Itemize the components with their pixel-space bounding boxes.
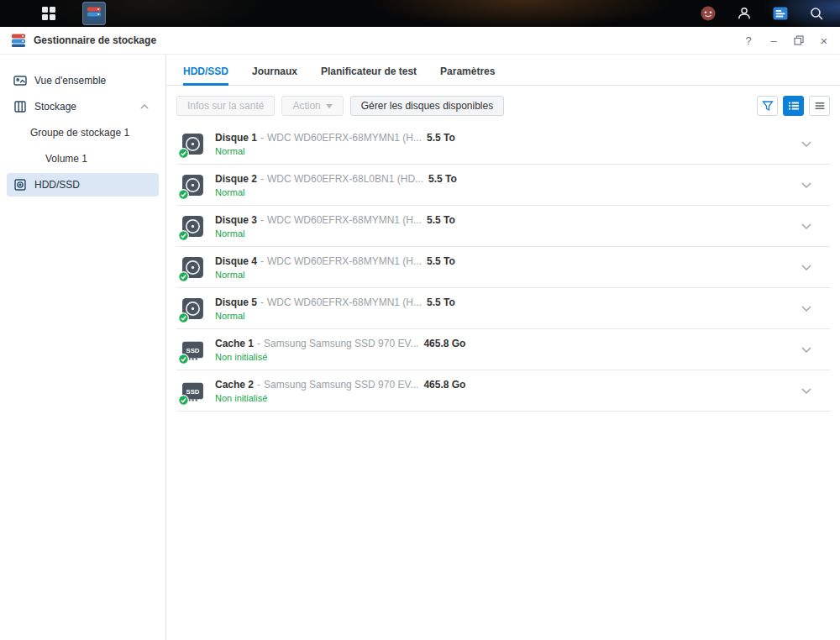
taskbar-right xyxy=(696,2,840,25)
chat-icon[interactable] xyxy=(696,2,720,25)
disk-info: Disque 5 - WDC WD60EFRX-68MYMN1 (H... 5.… xyxy=(215,296,801,321)
chevron-up-icon[interactable] xyxy=(140,104,149,109)
status-ok-badge-icon xyxy=(178,312,189,323)
chevron-down-icon[interactable] xyxy=(801,182,811,188)
tab-hdd-ssd[interactable]: HDD/SSD xyxy=(183,55,228,86)
disk-row[interactable]: SSD Disque 1 - WDC WD60EFRX-68MYMN1 (H..… xyxy=(176,123,830,165)
disk-name: Disque 2 xyxy=(215,173,257,185)
disk-status: Normal xyxy=(215,146,801,156)
disk-status: Normal xyxy=(215,228,801,239)
search-icon[interactable] xyxy=(805,2,828,25)
disk-row[interactable]: SSD Cache 2 - Samsung Samsung SSD 970 EV… xyxy=(176,370,830,412)
window-titlebar: Gestionnaire de stockage ? – × xyxy=(0,27,840,55)
disk-separator: - xyxy=(257,379,260,391)
disk-name: Cache 1 xyxy=(215,338,254,349)
disk-info: Cache 2 - Samsung Samsung SSD 970 EV... … xyxy=(215,379,801,403)
disk-size: 465.8 Go xyxy=(423,338,465,349)
drive-icon: SSD xyxy=(181,297,204,320)
user-icon[interactable] xyxy=(732,2,756,25)
tab-journaux[interactable]: Journaux xyxy=(252,55,297,86)
sidebar-item-label: Stockage xyxy=(34,101,140,113)
filter-icon[interactable] xyxy=(757,96,778,116)
storage-manager-app-icon[interactable] xyxy=(82,2,106,25)
disk-info: Disque 4 - WDC WD60EFRX-68MYMN1 (H... 5.… xyxy=(215,255,801,280)
chevron-down-icon[interactable] xyxy=(801,347,811,353)
disk-status: Normal xyxy=(215,187,801,197)
overview-icon xyxy=(13,74,27,87)
drive-icon: SSD xyxy=(181,215,204,238)
chevron-down-icon[interactable] xyxy=(801,141,811,147)
sidebar-item-storage-pool-1[interactable]: Groupe de stockage 1 xyxy=(7,121,159,144)
disk-separator: - xyxy=(257,338,260,349)
chevron-down-icon[interactable] xyxy=(801,388,811,394)
disk-info: Disque 1 - WDC WD60EFRX-68MYMN1 (H... 5.… xyxy=(215,132,801,156)
chevron-down-icon[interactable] xyxy=(801,306,811,312)
disk-model: WDC WD60EFRX-68MYMN1 (H... xyxy=(267,296,422,308)
chevron-down-icon[interactable] xyxy=(801,223,811,229)
widgets-icon[interactable] xyxy=(769,2,792,25)
disk-separator: - xyxy=(260,255,264,267)
disk-status: Normal xyxy=(215,311,801,321)
tab-planificateur[interactable]: Planificateur de test xyxy=(321,55,417,86)
disk-info: Disque 2 - WDC WD60EFRX-68L0BN1 (HD... 5… xyxy=(215,173,801,197)
list-view-icon[interactable] xyxy=(783,96,804,116)
status-ok-badge-icon xyxy=(178,395,189,406)
status-ok-badge-icon xyxy=(178,354,189,365)
help-icon[interactable]: ? xyxy=(743,34,754,46)
disk-row[interactable]: SSD Disque 5 - WDC WD60EFRX-68MYMN1 (H..… xyxy=(176,288,830,329)
disk-model: WDC WD60EFRX-68MYMN1 (H... xyxy=(267,214,422,226)
disk-row[interactable]: SSD Cache 1 - Samsung Samsung SSD 970 EV… xyxy=(176,329,830,370)
sidebar-item-overview[interactable]: Vue d'ensemble xyxy=(7,69,159,92)
menu-view-icon[interactable] xyxy=(809,96,830,116)
disk-name: Disque 3 xyxy=(215,214,257,226)
action-button-label: Action xyxy=(292,100,320,112)
health-info-button[interactable]: Infos sur la santé xyxy=(176,96,275,116)
disk-row[interactable]: SSD Disque 4 - WDC WD60EFRX-68MYMN1 (H..… xyxy=(176,247,830,288)
sidebar-item-volume-1[interactable]: Volume 1 xyxy=(7,147,159,170)
disk-name: Disque 4 xyxy=(215,255,257,267)
status-ok-badge-icon xyxy=(178,148,189,159)
disk-size: 5.5 To xyxy=(428,173,457,185)
sidebar-item-hdd-ssd[interactable]: HDD/SSD xyxy=(7,173,159,197)
tab-parametres[interactable]: Paramètres xyxy=(440,55,495,86)
disk-name: Disque 1 xyxy=(215,132,257,144)
minimize-icon[interactable]: – xyxy=(768,34,780,46)
disk-separator: - xyxy=(260,214,264,226)
disk-size: 5.5 To xyxy=(427,214,455,226)
disk-row[interactable]: SSD Disque 3 - WDC WD60EFRX-68MYMN1 (H..… xyxy=(176,206,830,247)
disk-row[interactable]: SSD Disque 2 - WDC WD60EFRX-68L0BN1 (HD.… xyxy=(176,165,830,206)
storage-manager-window-icon xyxy=(10,32,27,49)
sidebar-item-label: Groupe de stockage 1 xyxy=(30,127,152,139)
disk-model: WDC WD60EFRX-68MYMN1 (H... xyxy=(267,255,422,267)
taskbar xyxy=(0,0,840,27)
chevron-down-icon[interactable] xyxy=(801,265,811,270)
close-icon[interactable]: × xyxy=(818,34,830,46)
maximize-icon[interactable] xyxy=(793,34,805,46)
toolbar: Infos sur la santé Action Gérer les disq… xyxy=(166,86,840,123)
disk-size: 5.5 To xyxy=(427,255,455,267)
screen: Gestionnaire de stockage ? – × Vue d'ens… xyxy=(0,0,840,640)
sidebar-item-label: HDD/SSD xyxy=(34,179,152,191)
status-ok-badge-icon xyxy=(178,271,189,282)
disk-status: Normal xyxy=(215,270,801,280)
disk-name: Disque 5 xyxy=(215,296,257,308)
sidebar-item-label: Volume 1 xyxy=(45,153,152,165)
sidebar-item-label: Vue d'ensemble xyxy=(34,75,152,87)
tab-bar: HDD/SSD Journaux Planificateur de test P… xyxy=(166,55,840,86)
disk-model: Samsung Samsung SSD 970 EV... xyxy=(264,379,418,391)
sidebar: Vue d'ensemble Stockage Groupe de stocka… xyxy=(0,55,166,640)
disk-size: 5.5 To xyxy=(427,132,455,144)
storage-manager-window: Gestionnaire de stockage ? – × Vue d'ens… xyxy=(0,27,840,640)
action-button[interactable]: Action xyxy=(281,96,343,116)
apps-grid-icon[interactable] xyxy=(37,2,60,25)
disk-name: Cache 2 xyxy=(215,379,254,391)
disk-separator: - xyxy=(260,132,264,144)
drive-icon: SSD xyxy=(181,133,204,155)
window-controls: ? – × xyxy=(743,34,830,46)
disk-separator: - xyxy=(260,173,264,185)
manage-available-disks-button[interactable]: Gérer les disques disponibles xyxy=(350,96,504,116)
disk-list: SSD Disque 1 - WDC WD60EFRX-68MYMN1 (H..… xyxy=(166,123,840,640)
disk-status: Non initialisé xyxy=(215,352,801,362)
sidebar-item-storage[interactable]: Stockage xyxy=(7,95,159,118)
drive-icon: SSD xyxy=(181,380,204,402)
